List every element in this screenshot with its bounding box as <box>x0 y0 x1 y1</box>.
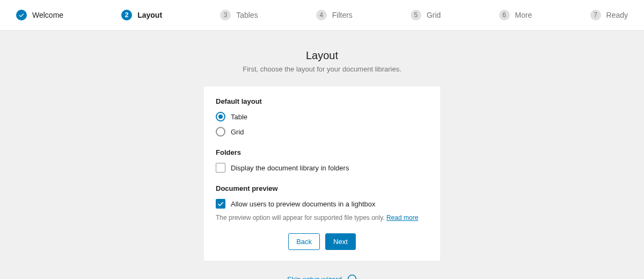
settings-card: Default layout Table Grid Folders Displa… <box>204 87 440 261</box>
radio-label: Table <box>231 113 247 121</box>
radio-icon <box>216 127 225 137</box>
section-heading: Folders <box>216 148 428 156</box>
radio-label: Grid <box>231 128 244 136</box>
preview-hint: The preview option will appear for suppo… <box>216 214 428 221</box>
step-label: Layout <box>137 11 162 19</box>
preview-checkbox[interactable]: Allow users to preview documents in a li… <box>216 199 428 209</box>
step-number: 4 <box>316 10 327 20</box>
step-label: Grid <box>427 11 441 19</box>
default-layout-section: Default layout Table Grid <box>216 97 428 137</box>
checkbox-label: Display the document library in folders <box>231 164 349 172</box>
step-label: Welcome <box>32 11 63 19</box>
step-number: 5 <box>411 10 421 20</box>
step-number: 3 <box>220 10 231 20</box>
folders-section: Folders Display the document library in … <box>216 148 428 173</box>
skip-wizard-link[interactable]: Skip setup wizard <box>287 275 342 280</box>
step-filters[interactable]: 4 Filters <box>316 10 353 20</box>
next-button[interactable]: Next <box>325 233 356 250</box>
page-body: Layout First, choose the layout for your… <box>0 31 644 279</box>
step-grid[interactable]: 5 Grid <box>411 10 441 20</box>
check-icon <box>16 10 27 20</box>
button-row: Back Next <box>216 233 428 250</box>
step-label: Filters <box>332 11 353 19</box>
step-label: More <box>515 11 532 19</box>
step-number: 2 <box>121 10 132 20</box>
preview-section: Document preview Allow users to preview … <box>216 184 428 221</box>
step-number: 6 <box>499 10 510 20</box>
back-button[interactable]: Back <box>288 233 320 250</box>
stepper: Welcome 2 Layout 3 Tables 4 Filters 5 Gr… <box>0 0 644 31</box>
step-number: 7 <box>590 10 601 20</box>
radio-icon <box>216 112 225 121</box>
checkbox-label: Allow users to preview documents in a li… <box>231 200 376 208</box>
step-tables[interactable]: 3 Tables <box>220 10 258 20</box>
step-more[interactable]: 6 More <box>499 10 532 20</box>
page-header: Layout First, choose the layout for your… <box>0 49 644 73</box>
radio-grid[interactable]: Grid <box>216 127 428 137</box>
checkbox-icon <box>216 163 225 173</box>
section-heading: Default layout <box>216 97 428 105</box>
step-welcome[interactable]: Welcome <box>16 10 63 20</box>
step-label: Ready <box>606 11 628 19</box>
footer-row: Skip setup wizard <box>0 274 644 279</box>
step-layout[interactable]: 2 Layout <box>121 10 162 20</box>
step-label: Tables <box>236 11 258 19</box>
folders-checkbox[interactable]: Display the document library in folders <box>216 163 428 173</box>
page-subtitle: First, choose the layout for your docume… <box>0 65 644 73</box>
checkbox-icon <box>216 199 225 209</box>
radio-table[interactable]: Table <box>216 112 428 121</box>
step-ready[interactable]: 7 Ready <box>590 10 628 20</box>
hint-text: The preview option will appear for suppo… <box>216 214 386 221</box>
page-title: Layout <box>0 49 644 62</box>
read-more-link[interactable]: Read more <box>386 214 418 221</box>
section-heading: Document preview <box>216 184 428 192</box>
info-icon[interactable] <box>347 274 357 279</box>
